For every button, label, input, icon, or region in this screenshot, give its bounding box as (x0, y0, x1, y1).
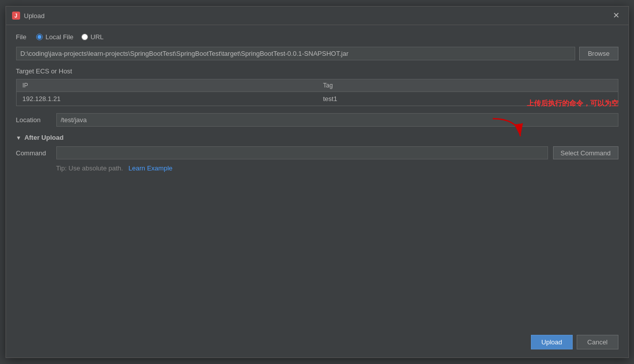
dialog-title: Upload (24, 12, 45, 20)
tip-row: Tip: Use absolute path. Learn Example (16, 164, 618, 172)
tip-text: Tip: Use absolute path. (56, 164, 123, 172)
file-label: File (16, 33, 27, 41)
file-type-radio-group: Local File URL (36, 33, 104, 41)
command-label: Command (16, 149, 51, 157)
filepath-input[interactable] (16, 47, 576, 60)
collapse-triangle: ▼ (16, 135, 22, 141)
location-input[interactable] (56, 113, 618, 127)
ip-cell: 192.128.1.21 (17, 92, 317, 106)
select-command-button[interactable]: Select Command (553, 146, 618, 159)
tag-column-header: Tag (317, 79, 618, 92)
command-row: Command Select Command (16, 146, 618, 159)
url-radio-item[interactable]: URL (81, 33, 104, 41)
upload-dialog: J Upload ✕ File Local File URL Browse (6, 6, 629, 358)
after-upload-section: ▼ After Upload Command Select Command Ti… (16, 134, 618, 172)
app-icon: J (12, 12, 20, 20)
browse-button[interactable]: Browse (579, 47, 618, 60)
arrow-annotation (488, 116, 528, 143)
title-bar: J Upload ✕ (6, 7, 628, 25)
close-button[interactable]: ✕ (610, 11, 622, 21)
learn-example-link[interactable]: Learn Example (129, 164, 172, 172)
tooltip-annotation: 上传后执行的命令，可以为空 (527, 99, 618, 108)
after-upload-label: After Upload (24, 134, 63, 141)
upload-button[interactable]: Upload (531, 335, 573, 349)
target-section-label: Target ECS or Host (16, 67, 618, 75)
table-header: IP Tag (17, 79, 618, 92)
bottom-bar: Upload Cancel (531, 335, 618, 349)
dialog-content: File Local File URL Browse Target ECS or… (6, 25, 628, 186)
url-label: URL (90, 33, 104, 41)
title-bar-left: J Upload (12, 12, 45, 20)
local-file-label: Local File (45, 33, 73, 41)
location-row: Location 上传后执行的命令，可以为空 (16, 113, 618, 127)
url-radio[interactable] (81, 34, 88, 40)
location-label: Location (16, 116, 51, 124)
filepath-row: Browse (16, 47, 618, 60)
file-row: File Local File URL (16, 33, 618, 41)
command-input[interactable] (56, 146, 548, 159)
local-file-radio[interactable] (36, 34, 43, 40)
local-file-radio-item[interactable]: Local File (36, 33, 73, 41)
after-upload-header[interactable]: ▼ After Upload (16, 134, 618, 141)
ip-column-header: IP (17, 79, 317, 92)
cancel-button[interactable]: Cancel (577, 335, 618, 349)
